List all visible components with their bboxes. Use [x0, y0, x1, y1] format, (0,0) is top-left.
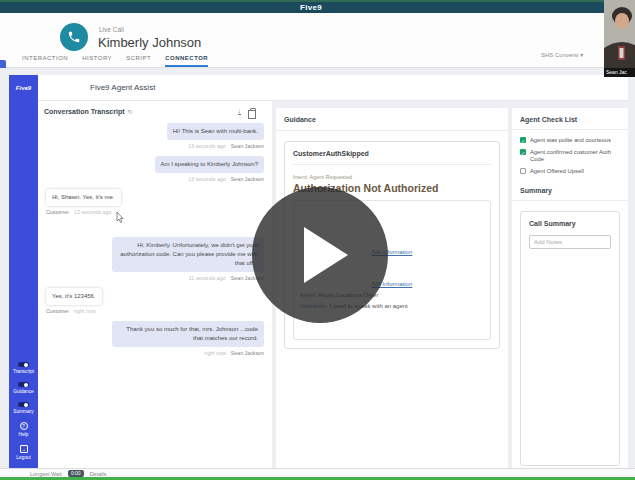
chat-meta-post: Sean Jackson — [231, 143, 264, 149]
sidebar-item-label: Summary — [13, 409, 34, 414]
chat-meta-post: Sean Jackson — [231, 350, 264, 356]
phone-icon — [60, 23, 88, 51]
sidebar-item-label: Logout — [16, 455, 31, 460]
sidebar-item[interactable]: Guidance — [13, 382, 34, 394]
chat-bubble: Hi, Shawn. Yes, it's me. — [46, 189, 121, 206]
guidance-card-title: CustomerAuthSkipped — [293, 150, 491, 165]
chat-meta-pre: 13 seconds ago — [188, 176, 225, 182]
checklist-item[interactable]: Agent Offered Upsell — [520, 168, 620, 176]
checklist-summary-panel: Agent Check List Agent was polite and co… — [512, 108, 628, 468]
sidebar-item[interactable]: Logout — [13, 445, 34, 460]
chat-message: Hi, Shawn. Yes, it's me. Customer 12 sec… — [46, 189, 264, 215]
sidebar-item-icon — [20, 422, 28, 430]
assist-title: Five9 Agent Assist — [90, 83, 155, 92]
checklist-item-label: Agent was polite and courteous — [530, 137, 611, 145]
guidance-intent-label: Intent: Agent Requested — [293, 174, 491, 180]
video-play-button[interactable] — [252, 187, 388, 323]
sidebar-item-label: Transcript — [13, 369, 34, 374]
copy-icon[interactable] — [250, 108, 256, 115]
assist-header: Five9 Agent Assist — [38, 75, 628, 101]
video-frame: Five9 Live Call Kimberly Johnson INTERAC… — [0, 0, 635, 485]
call-summary-card: Call Summary — [520, 211, 620, 466]
checkbox[interactable] — [520, 149, 526, 155]
chat-meta-pre: 13 seconds ago — [188, 143, 225, 149]
chat-message: Hi, Kimberly. Unfortunately, we didn't g… — [46, 237, 264, 281]
sidebar-item[interactable]: Transcript — [13, 362, 34, 374]
longest-wait-label: Longest Wait — [30, 471, 62, 477]
checkbox[interactable] — [520, 168, 526, 174]
agent-assist-sidebar: Five9 Transcript Guidance Summary — [9, 75, 38, 468]
header-tab[interactable]: CONNECTOR — [165, 55, 208, 67]
header-tabs: INTERACTION HISTORY SCRIPT CONNECTOR — [22, 55, 208, 67]
chat-meta-pre: 11 seconds ago — [189, 275, 226, 281]
checklist-title: Agent Check List — [512, 108, 628, 130]
agent-checklist: Agent was polite and courteous Agent con… — [512, 130, 628, 181]
webcam-name-tag: Sean Jac — [604, 68, 635, 77]
sidebar-five9-logo: Five9 — [16, 85, 31, 91]
details-link[interactable]: Details — [90, 471, 107, 477]
five9-brand-logo: Five9 — [300, 3, 322, 12]
refresh-icon[interactable]: ↻ — [128, 108, 133, 115]
phone-glyph — [67, 30, 81, 44]
message-list: Hi! This is Sean with multi-bank. 13 sec… — [38, 119, 272, 356]
chat-meta-post: right now — [74, 308, 96, 314]
chat-meta-post: 12 seconds ago — [74, 209, 111, 215]
chat-bubble: Hi, Kimberly. Unfortunately, we didn't g… — [112, 237, 264, 272]
chat-message: Yes, it's 123456. Customer right now — [46, 288, 264, 314]
sidebar-item-icon — [20, 445, 28, 453]
guidance-title: Guidance — [276, 108, 508, 131]
transcript-title: Conversation Transcript — [44, 108, 125, 115]
sidebar-item[interactable]: Help — [13, 422, 34, 437]
mouse-cursor — [116, 212, 124, 223]
call-header: Live Call Kimberly Johnson INTERACTION H… — [0, 13, 635, 68]
checkbox[interactable] — [520, 137, 526, 143]
chat-meta: Customer 12 seconds ago — [46, 209, 111, 215]
summary-title: Summary — [512, 181, 628, 201]
chat-meta: Customer right now — [46, 308, 95, 314]
sidebar-item-label: Help — [19, 432, 29, 437]
chat-bubble: Thank you so much for that, mrs. Johnson… — [112, 321, 264, 347]
caller-name: Kimberly Johnson — [98, 35, 201, 50]
transcript-panel: Conversation Transcript ↻ ↓ Hi! This is … — [38, 101, 272, 468]
sidebar-item-icon — [18, 402, 29, 407]
call-summary-title: Call Summary — [529, 220, 611, 227]
longest-wait-value: 0:00 — [68, 470, 84, 477]
download-icon[interactable]: ↓ — [238, 107, 242, 115]
sidebar-item-icon — [18, 382, 29, 387]
chat-meta-pre: right now — [204, 350, 226, 356]
sidebar-item[interactable]: Summary — [13, 402, 34, 414]
chat-bubble: Am I speaking to Kimberly Johnson? — [155, 156, 264, 173]
chat-meta-pre: Customer — [46, 308, 69, 314]
add-notes-input[interactable] — [529, 235, 611, 249]
chat-message: Thank you so much for that, mrs. Johnson… — [46, 321, 264, 356]
chat-meta: right now Sean Jackson — [204, 350, 264, 356]
header-tab[interactable]: SCRIPT — [126, 55, 151, 67]
checklist-item[interactable]: Agent confirmed customer Auth Code — [520, 149, 620, 164]
checklist-item-label: Agent Offered Upsell — [530, 168, 584, 176]
checklist-item-label: Agent confirmed customer Auth Code — [530, 149, 620, 164]
account-menu[interactable]: SHS Conversi ▾ — [541, 51, 583, 58]
chat-message: Hi! This is Sean with multi-bank. 13 sec… — [46, 123, 264, 149]
live-call-label: Live Call — [99, 26, 124, 33]
chat-meta: 11 seconds ago Sean Jackson — [189, 275, 264, 281]
sidebar-nav: Transcript Guidance Summary Help — [13, 362, 34, 468]
chat-bubble: Hi! This is Sean with multi-bank. — [167, 123, 264, 140]
chat-bubble: Yes, it's 123456. — [46, 288, 102, 305]
bottom-green-line — [0, 477, 635, 480]
sidebar-item-icon — [18, 362, 29, 367]
webcam-video: Sean Jac — [604, 0, 635, 77]
chat-meta: 13 seconds ago Sean Jackson — [188, 143, 264, 149]
header-tab[interactable]: HISTORY — [82, 55, 112, 67]
chat-message: Am I speaking to Kimberly Johnson? 13 se… — [46, 156, 264, 182]
header-tab[interactable]: INTERACTION — [22, 55, 68, 67]
sidebar-item-label: Guidance — [13, 389, 34, 394]
webcam-person — [604, 0, 635, 77]
video-top-bar: Five9 — [0, 0, 635, 13]
chat-meta-post: Sean Jackson — [231, 176, 264, 182]
chat-meta-pre: Customer — [46, 209, 69, 215]
transcript-toolbar: ↓ — [238, 107, 257, 115]
transcript-title-row: Conversation Transcript ↻ ↓ — [38, 101, 272, 119]
checklist-item[interactable]: Agent was polite and courteous — [520, 137, 620, 145]
chat-meta: 13 seconds ago Sean Jackson — [188, 176, 264, 182]
